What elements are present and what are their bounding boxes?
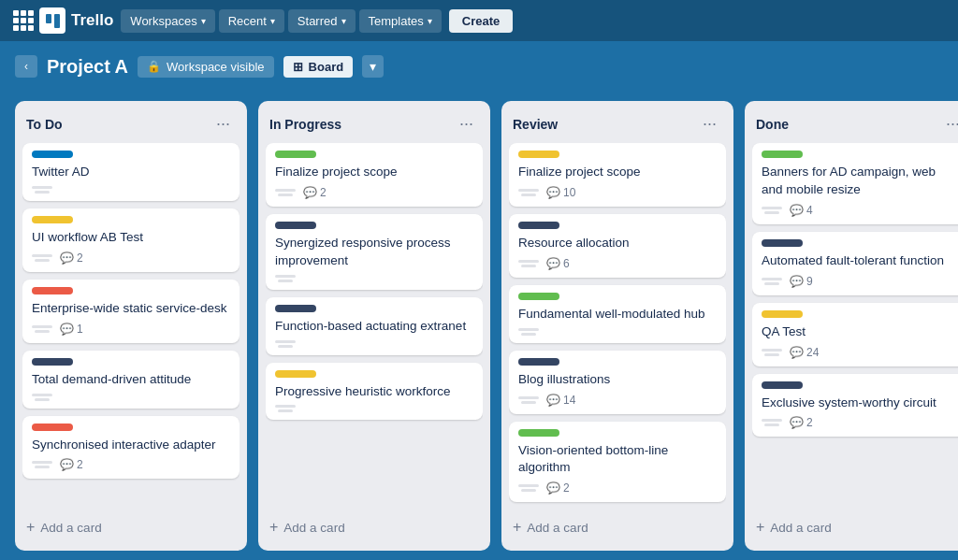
comment-count: 4 <box>806 204 813 217</box>
card-lines-icon <box>32 254 52 262</box>
add-card-button[interactable]: +Add a card <box>266 513 483 541</box>
create-button[interactable]: Create <box>449 9 513 33</box>
card[interactable]: Vision-oriented bottom-line algorithm 💬2 <box>509 422 726 503</box>
card-lines-icon <box>275 405 296 412</box>
card[interactable]: UI workflow AB Test 💬2 <box>22 208 240 272</box>
column-inprogress: In Progress···Finalize project scope 💬2S… <box>258 101 490 551</box>
card[interactable]: Enterprise-wide static service-desk 💬1 <box>22 280 240 343</box>
comment-icon: 💬 <box>546 481 560 495</box>
trello-logo[interactable]: Trello <box>39 7 113 34</box>
comment-count: 2 <box>320 186 327 199</box>
card-comments: 💬10 <box>546 186 575 199</box>
comment-icon: 💬 <box>790 416 804 429</box>
column-menu-button[interactable]: ··· <box>210 112 236 136</box>
card-lines-icon <box>32 186 52 194</box>
plus-icon: + <box>513 519 521 536</box>
card-label <box>275 305 316 312</box>
card-lines-icon <box>518 260 539 267</box>
board-title: Project A <box>47 56 128 78</box>
column-header: Done··· <box>752 110 958 143</box>
column-todo: To Do···Twitter AD UI workflow AB Test 💬… <box>15 101 247 551</box>
workspace-visible-button[interactable]: 🔒 Workspace visible <box>138 56 274 78</box>
card-label <box>32 151 73 158</box>
card-lines-icon <box>518 484 539 492</box>
card-meta: 💬2 <box>32 458 230 471</box>
recent-button[interactable]: Recent ▾ <box>219 9 284 33</box>
card[interactable]: Fundamental well-modulated hub <box>509 285 726 343</box>
card-lines-icon <box>32 394 52 401</box>
column-menu-button[interactable]: ··· <box>454 112 479 136</box>
card[interactable]: Total demand-driven attitude <box>22 351 240 409</box>
card[interactable]: Progressive heuristic workforce <box>266 363 483 421</box>
templates-button[interactable]: Templates ▾ <box>359 9 442 33</box>
card-title: Exclusive system-worthy circuit <box>762 395 958 412</box>
card-title: Banners for AD campaign, web and mobile … <box>762 164 958 199</box>
card[interactable]: Banners for AD campaign, web and mobile … <box>752 143 958 224</box>
card-meta: 💬1 <box>32 323 230 336</box>
comment-icon: 💬 <box>790 346 804 359</box>
add-card-button[interactable]: +Add a card <box>509 513 726 541</box>
column-title: Review <box>513 117 558 132</box>
card[interactable]: Finalize project scope 💬2 <box>266 143 483 207</box>
plus-icon: + <box>756 519 764 536</box>
card-meta <box>32 186 230 194</box>
card[interactable]: Twitter AD <box>22 143 240 201</box>
card-meta: 💬2 <box>32 251 230 265</box>
cards-container: Finalize project scope 💬10Resource alloc… <box>509 143 726 510</box>
card-meta <box>275 405 473 412</box>
column-menu-button[interactable]: ··· <box>940 112 958 136</box>
card-lines-icon <box>32 325 52 333</box>
card[interactable]: Resource allocation 💬6 <box>509 214 726 278</box>
card[interactable]: Finalize project scope 💬10 <box>509 143 726 207</box>
grid-menu-icon[interactable] <box>11 8 36 33</box>
starred-button[interactable]: Starred ▾ <box>288 9 356 33</box>
card[interactable]: Exclusive system-worthy circuit 💬2 <box>752 374 958 438</box>
card[interactable]: Function-based actuating extranet <box>266 297 483 355</box>
card-meta <box>275 275 473 282</box>
column-header: In Progress··· <box>266 110 483 143</box>
workspaces-button[interactable]: Workspaces ▾ <box>121 9 214 33</box>
column-title: In Progress <box>269 117 341 132</box>
add-card-button[interactable]: +Add a card <box>752 513 958 541</box>
card-lines-icon <box>762 349 782 356</box>
card-meta: 💬2 <box>518 481 717 495</box>
card[interactable]: Automated fault-tolerant function 💬9 <box>752 232 958 295</box>
card-meta <box>275 340 473 348</box>
trello-wordmark: Trello <box>71 11 113 30</box>
card-title: Blog illustrations <box>518 371 717 389</box>
add-card-button[interactable]: +Add a card <box>22 513 240 541</box>
sidebar-toggle-button[interactable]: ‹ <box>15 55 37 78</box>
card-label <box>518 151 559 158</box>
card-label <box>762 151 803 158</box>
comment-icon: 💬 <box>546 186 560 199</box>
card-comments: 💬2 <box>303 186 327 199</box>
comment-icon: 💬 <box>790 275 804 288</box>
card-lines-icon <box>762 419 782 426</box>
card-meta: 💬14 <box>518 394 717 407</box>
card-lines-icon <box>275 340 296 348</box>
comment-count: 2 <box>806 416 813 429</box>
card-label <box>518 358 559 366</box>
board-icon: ⊞ <box>293 60 303 74</box>
card-label <box>32 287 73 294</box>
column-menu-button[interactable]: ··· <box>697 112 722 136</box>
card[interactable]: QA Test 💬24 <box>752 303 958 366</box>
card-meta: 💬9 <box>762 275 958 288</box>
card[interactable]: Blog illustrations 💬14 <box>509 351 726 414</box>
card-label <box>275 151 316 158</box>
comment-icon: 💬 <box>546 257 560 270</box>
board-view-button[interactable]: ⊞ Board <box>283 56 354 78</box>
card[interactable]: Synchronised interactive adapter 💬2 <box>22 416 240 480</box>
card-meta: 💬10 <box>518 186 717 199</box>
add-card-label: Add a card <box>770 521 831 535</box>
card[interactable]: Synergized responsive process improvemen… <box>266 214 483 290</box>
plus-icon: + <box>26 519 35 536</box>
card-label <box>32 216 73 223</box>
card-comments: 💬2 <box>60 458 83 471</box>
card-comments: 💬14 <box>546 394 575 407</box>
board-content: To Do···Twitter AD UI workflow AB Test 💬… <box>0 92 958 560</box>
cards-container: Banners for AD campaign, web and mobile … <box>752 143 958 510</box>
add-card-label: Add a card <box>40 521 101 535</box>
view-more-button[interactable]: ▾ <box>362 55 384 78</box>
card-label <box>518 293 559 300</box>
